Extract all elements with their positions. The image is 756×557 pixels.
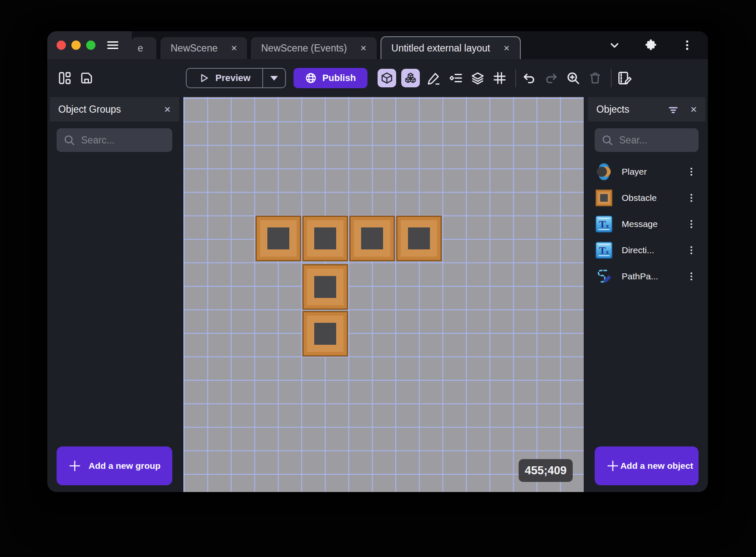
kebab-menu-icon[interactable] [685,269,698,284]
object-row-message[interactable]: TxMessage [591,211,702,237]
cursor-coordinates-badge: 455;409 [519,459,573,482]
toolbar-separator [515,69,516,87]
filter-icon[interactable] [667,103,680,116]
delete-icon[interactable] [587,70,603,86]
add-group-label: Add a new group [82,458,172,473]
add-object-button[interactable]: Add a new object [595,446,699,485]
window-body: Object Groups × Add a new group [47,97,708,492]
search-icon [601,134,613,146]
objects-header: Objects × [588,97,705,122]
obstacle-instance[interactable] [256,216,301,261]
obstacle-icon [596,189,612,206]
object-name: PathPa... [622,271,685,281]
obstacle-instance[interactable] [302,311,348,357]
object-row-pathpa-[interactable]: PathPa... [591,263,702,289]
object-row-obstacle[interactable]: Obstacle [591,185,702,211]
screenshot-stage: eNewScene×NewScene (Events)×Untitled ext… [0,0,756,557]
kebab-menu-icon[interactable] [679,37,695,53]
tab-close-icon[interactable]: × [503,43,509,53]
object-name: Obstacle [622,193,685,203]
close-icon[interactable]: × [164,104,171,115]
panels-layout-icon[interactable] [57,70,73,86]
titlebar-left-section [47,31,132,59]
close-icon[interactable]: × [691,104,697,115]
kebab-menu-icon[interactable] [685,243,698,257]
redo-icon[interactable] [543,70,559,86]
objects-searchbox[interactable] [595,128,699,152]
add-group-button[interactable]: Add a new group [57,446,172,485]
tab-label: NewScene (Events) [261,43,347,54]
tab-close-icon[interactable]: × [231,43,237,53]
scene-editor-canvas[interactable]: 455;409 [183,97,584,492]
tab-untitled-external-layout[interactable]: Untitled external layout× [381,36,521,59]
preview-button-main[interactable]: Preview [187,69,262,87]
hamburger-menu-icon[interactable] [106,38,120,52]
object-groups-search-input[interactable] [81,135,166,146]
plus-icon [68,459,82,473]
globe-icon [305,72,317,84]
object-name: Message [622,219,685,229]
instances-cubes-icon[interactable] [401,69,420,87]
kebab-menu-icon[interactable] [685,165,698,179]
toolbar-separator [611,69,612,87]
objects-title: Objects [596,104,629,115]
save-icon[interactable] [79,70,95,86]
tab-close-icon[interactable]: × [361,43,367,53]
edit-scene-events-icon[interactable] [617,70,633,86]
layers-icon[interactable] [470,70,486,86]
objects-list: PlayerObstacleTxMessageTxDirecti...PathP… [588,156,705,289]
plus-icon [606,459,620,473]
preview-dropdown-button[interactable] [263,69,285,87]
dropdown-caret-icon [270,76,278,81]
preview-button[interactable]: Preview [186,68,286,88]
publish-button[interactable]: Publish [294,68,367,88]
kebab-menu-icon[interactable] [685,217,698,231]
obstacle-instance[interactable] [302,264,348,310]
extensions-puzzle-icon[interactable] [643,37,659,53]
tab-label: e [138,43,143,54]
object-groups-title: Object Groups [58,104,121,115]
grid-icon[interactable] [492,70,508,86]
tab-label: NewScene [171,43,218,54]
play-icon [199,73,209,84]
objects-list-icon[interactable] [448,70,464,86]
tab-newscene-events-[interactable]: NewScene (Events)× [251,37,376,59]
tab-partial[interactable]: e [132,37,156,59]
zoom-in-icon[interactable] [565,70,581,86]
object-row-directi-[interactable]: TxDirecti... [591,237,702,263]
tab-newscene[interactable]: NewScene× [160,37,247,59]
publish-label: Publish [322,73,356,84]
object-name: Directi... [622,245,685,255]
minimize-window-button[interactable] [71,41,81,50]
titlebar: eNewScene×NewScene (Events)×Untitled ext… [47,31,708,59]
toolbar: Preview Publish [47,59,708,97]
text-object-icon: Tx [596,216,612,233]
pencil-icon[interactable] [426,70,442,86]
tab-label: Untitled external layout [392,43,490,54]
kebab-menu-icon[interactable] [685,191,698,205]
undo-icon[interactable] [521,70,537,86]
object-groups-searchbox[interactable] [57,128,172,152]
text-object-icon: Tx [596,242,612,259]
obstacle-instance[interactable] [396,216,442,261]
fullscreen-window-button[interactable] [86,41,95,50]
tab-strip: eNewScene×NewScene (Events)×Untitled ext… [132,31,592,59]
traffic-lights [57,41,95,50]
cube-3d-icon[interactable] [378,69,396,87]
object-row-player[interactable]: Player [591,159,702,185]
objects-search-input[interactable] [619,135,692,146]
app-window: eNewScene×NewScene (Events)×Untitled ext… [47,31,708,492]
objects-panel: Objects × PlayerObstacleTxMessageTxDirec… [588,97,705,492]
preview-label: Preview [215,73,250,84]
chevron-down-icon[interactable] [606,37,623,53]
path-paint-icon [596,268,612,285]
add-object-label: Add a new object [620,458,699,473]
titlebar-right-controls [592,31,708,59]
close-window-button[interactable] [57,41,66,50]
player-icon [596,163,612,180]
obstacle-instance[interactable] [302,216,348,261]
search-icon [63,134,75,146]
object-name: Player [622,167,685,177]
obstacle-instance[interactable] [349,216,395,261]
object-groups-header: Object Groups × [50,97,179,122]
